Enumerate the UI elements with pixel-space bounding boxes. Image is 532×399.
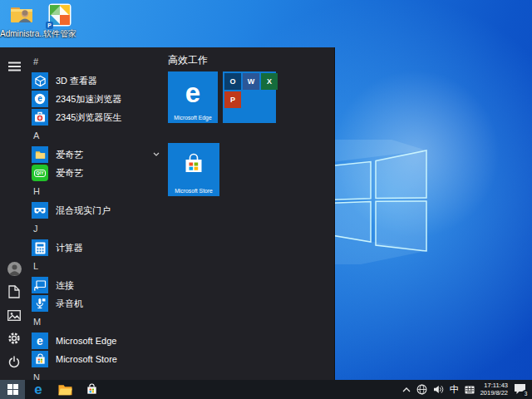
app-row-3d-viewer[interactable]: 3D 查看器	[28, 71, 166, 90]
action-center-button[interactable]: 3	[514, 383, 527, 396]
taskbar-store-button[interactable]	[78, 380, 105, 399]
start-menu-rail	[0, 47, 28, 380]
desktop-icon-label: 软件管家	[43, 29, 76, 38]
start-menu-app-list: # 3D 查看器 e 2345加速浏览器	[28, 47, 166, 380]
document-icon	[8, 285, 20, 298]
word-mini-tile[interactable]: W	[243, 73, 259, 90]
powerpoint-mini-tile[interactable]: P	[224, 91, 241, 108]
system-tray: 中 17:11:43 2019/8/22 3	[397, 380, 527, 399]
network-icon[interactable]	[416, 384, 427, 395]
start-button[interactable]	[0, 380, 25, 399]
app-row-voice-recorder[interactable]: 录音机	[28, 294, 166, 313]
desktop-icons: Administra... P 软件管家	[0, 2, 86, 38]
section-letter-j[interactable]: J	[28, 219, 166, 239]
edge-tile-glyph: e	[168, 78, 218, 108]
settings-button[interactable]	[0, 327, 28, 350]
tile-office-group[interactable]: O W X P	[223, 71, 276, 123]
section-letter-n[interactable]: N	[28, 368, 166, 380]
tile-microsoft-edge[interactable]: e Microsoft Edge	[168, 71, 218, 123]
app-label: 计算器	[56, 242, 83, 254]
clock-date: 2019/8/22	[480, 390, 508, 397]
svg-text:e: e	[37, 94, 42, 103]
gear-icon	[7, 332, 21, 345]
app-label: 连接	[56, 279, 74, 292]
documents-button[interactable]	[0, 280, 28, 303]
connect-icon	[32, 277, 48, 293]
tile-group-title[interactable]: 高效工作	[168, 53, 208, 67]
user-account-button[interactable]	[0, 257, 28, 280]
pictures-button[interactable]	[0, 303, 28, 327]
section-letter-hash[interactable]: #	[28, 52, 166, 71]
app-row-connect[interactable]: 连接	[28, 276, 166, 294]
power-icon	[7, 355, 21, 368]
app-row-calculator[interactable]: 计算器	[28, 239, 166, 257]
taskbar-clock[interactable]: 17:11:43 2019/8/22	[480, 382, 508, 397]
ime-indicator[interactable]: 中	[450, 385, 459, 394]
app-label: 录音机	[56, 298, 83, 310]
file-explorer-icon	[58, 384, 72, 396]
tile-label: Microsoft Store	[168, 188, 219, 194]
iqiyi-folder-icon	[32, 146, 48, 163]
iqiyi-app-icon: QIY	[32, 165, 48, 181]
calculator-icon	[32, 239, 48, 256]
2345-browser-icon: e	[32, 91, 48, 107]
section-letter-m[interactable]: M	[28, 313, 166, 332]
app-label: 爱奇艺	[56, 167, 83, 180]
app-label: Microsoft Edge	[56, 336, 116, 346]
app-row-microsoft-store[interactable]: Microsoft Store	[28, 350, 166, 368]
edge-icon: e	[32, 332, 48, 349]
outlook-mini-tile[interactable]: O	[224, 73, 241, 90]
app-label: 2345加速浏览器	[56, 93, 121, 106]
taskbar-edge-button[interactable]: e	[25, 380, 52, 399]
desktop-icon-administrator[interactable]: Administra...	[0, 2, 43, 38]
edge-icon: e	[34, 382, 42, 397]
app-row-microsoft-edge[interactable]: e Microsoft Edge	[28, 332, 166, 350]
3d-viewer-icon	[32, 72, 48, 89]
user-folder-icon	[9, 2, 34, 27]
app-row-2345-browser[interactable]: e 2345加速浏览器	[28, 90, 166, 108]
app-row-2345-browser-doctor[interactable]: 2345浏览器医生	[28, 108, 166, 126]
mixed-reality-icon	[32, 202, 48, 219]
chevron-down-icon[interactable]	[153, 152, 160, 156]
app-label: 3D 查看器	[56, 75, 97, 87]
section-letter-l[interactable]: L	[28, 257, 166, 276]
taskbar: e 中	[0, 380, 532, 399]
avatar-icon	[7, 262, 22, 276]
start-menu-panel: # 3D 查看器 e 2345加速浏览器	[0, 47, 335, 380]
section-letter-a[interactable]: A	[28, 126, 166, 145]
excel-mini-tile[interactable]: X	[261, 73, 278, 90]
browser-doctor-icon	[32, 109, 48, 126]
app-label: Microsoft Store	[56, 354, 117, 364]
desktop-icon-label: Administra...	[0, 29, 43, 38]
app-row-mixed-reality-portal[interactable]: 混合现实门户	[28, 201, 166, 219]
software-manager-icon: P	[47, 2, 72, 27]
volume-icon[interactable]	[433, 385, 444, 394]
section-letter-h[interactable]: H	[28, 182, 166, 201]
hamburger-icon	[8, 62, 21, 71]
windows-start-icon	[7, 384, 18, 395]
power-button[interactable]	[0, 350, 28, 373]
desktop-icon-software-manager[interactable]: P 软件管家	[38, 2, 81, 38]
store-icon	[32, 351, 48, 367]
store-bag-icon	[183, 153, 204, 176]
app-label: 混合现实门户	[56, 204, 111, 217]
app-label: 爱奇艺	[56, 149, 83, 161]
store-icon	[86, 383, 98, 396]
touch-keyboard-icon[interactable]	[465, 386, 475, 394]
app-row-iqiyi[interactable]: QIY 爱奇艺	[28, 164, 166, 182]
app-row-iqiyi-folder[interactable]: 爱奇艺	[28, 145, 166, 164]
software-manager-badge: P	[46, 22, 53, 29]
app-label: 2345浏览器医生	[56, 111, 121, 124]
hidden-icons-chevron[interactable]	[402, 387, 411, 392]
pictures-icon	[7, 310, 21, 321]
expand-menu-button[interactable]	[0, 55, 28, 78]
tile-label: Microsoft Edge	[168, 115, 218, 121]
taskbar-file-explorer-button[interactable]	[52, 380, 78, 399]
tile-microsoft-store[interactable]: Microsoft Store	[168, 143, 219, 196]
microphone-icon	[32, 295, 48, 312]
notification-badge: 3	[522, 390, 530, 397]
